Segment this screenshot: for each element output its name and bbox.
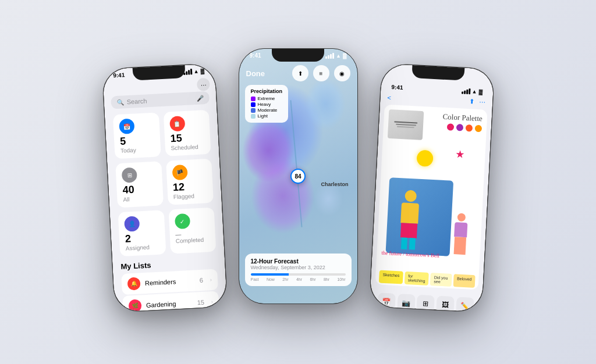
color-dot-yellow bbox=[474, 125, 482, 133]
map-3d-btn[interactable]: ◉ bbox=[334, 65, 350, 81]
done-button[interactable]: Done bbox=[246, 69, 265, 78]
tl-now: Now bbox=[267, 277, 275, 281]
toolbar-calendar-btn[interactable]: 📅 bbox=[377, 292, 396, 311]
notch-right bbox=[411, 65, 464, 81]
scheduled-label: Scheduled bbox=[171, 143, 205, 151]
signal-center bbox=[325, 53, 334, 59]
city-label: Charleston bbox=[321, 181, 348, 187]
legend-label-light: Light bbox=[258, 113, 268, 119]
today-label: Today bbox=[120, 146, 154, 154]
sticky-did-you-see: Did you see bbox=[430, 273, 452, 287]
reminders-screen: 9:41 ▲ ▓ ⋯ bbox=[102, 63, 227, 312]
tl-4h: 4hr bbox=[296, 277, 302, 281]
precip-light-ne bbox=[305, 78, 346, 130]
bar4r bbox=[468, 88, 470, 94]
phones-container: 9:41 ▲ ▓ ⋯ bbox=[108, 54, 489, 310]
tl-8h: 8hr bbox=[324, 277, 329, 281]
smart-list-scheduled[interactable]: 📋 15 Scheduled bbox=[163, 110, 211, 156]
legend-dot-heavy bbox=[251, 102, 256, 107]
search-icon: 🔍 bbox=[116, 99, 124, 106]
bar1r bbox=[461, 91, 463, 94]
legend-label-moderate: Moderate bbox=[258, 108, 278, 113]
color-dot-orange bbox=[465, 124, 473, 132]
bar3r bbox=[466, 89, 467, 94]
smart-list-completed[interactable]: ✓ — Completed bbox=[168, 208, 216, 254]
bar2c bbox=[328, 55, 329, 59]
reminders-chevron: › bbox=[210, 277, 212, 283]
flagged-label: Flagged bbox=[173, 192, 207, 200]
bar3c bbox=[330, 54, 332, 59]
sketch-thumbnail bbox=[387, 109, 424, 140]
smart-lists-grid: 📅 5 Today 📋 15 Scheduled ⊞ 40 All bbox=[104, 104, 225, 263]
legend-dot-light bbox=[251, 114, 256, 119]
location-pin: 84 bbox=[290, 169, 306, 184]
legend-extreme: Extreme bbox=[251, 96, 283, 101]
assigned-label: Assigned bbox=[125, 244, 159, 252]
my-lists-section: My Lists 🔔 Reminders 6 › 🌿 Gardening 15 … bbox=[112, 257, 227, 312]
notes-back-button[interactable]: < bbox=[387, 94, 391, 101]
illus-sun bbox=[416, 150, 433, 167]
palette-title: Color Palette bbox=[442, 112, 483, 124]
toolbar-edit-btn[interactable]: ✏️ bbox=[456, 297, 474, 312]
notes-more-btn[interactable]: ⋯ bbox=[478, 98, 485, 106]
reminders-list-icon: 🔔 bbox=[127, 277, 140, 290]
assigned-icon: 👤 bbox=[124, 216, 140, 231]
tl-past: Past bbox=[251, 277, 259, 281]
smart-list-assigned[interactable]: 👤 2 Assigned bbox=[118, 210, 165, 256]
illus-legs bbox=[394, 237, 421, 250]
map-forecast-card: 12-Hour Forecast Wednesday, September 3,… bbox=[245, 254, 352, 286]
phone-notes: 9:41 ▲ ▓ < bbox=[368, 63, 495, 313]
sticky-beloved: Beloved bbox=[453, 274, 475, 288]
reminders-menu-btn[interactable]: ⋯ bbox=[196, 78, 210, 91]
illus-lower2 bbox=[453, 237, 466, 255]
tl-10h: 10hr bbox=[337, 277, 345, 281]
status-icons-center: ▲ ▓ bbox=[325, 53, 346, 59]
timeline-bar bbox=[251, 273, 346, 276]
color-palette-header: Color Palette bbox=[442, 112, 483, 133]
map-header-right: ⬆ ≡ ◉ bbox=[292, 65, 350, 81]
bar2r bbox=[463, 90, 465, 94]
battery-icon-center: ▓ bbox=[343, 53, 347, 59]
color-dot-pink bbox=[446, 123, 454, 131]
all-icon: ⊞ bbox=[121, 167, 137, 183]
map-navigate-btn[interactable]: ⬆ bbox=[292, 65, 308, 81]
legend-dot-extreme bbox=[251, 97, 256, 101]
list-item-reminders[interactable]: 🔔 Reminders 6 › bbox=[121, 269, 218, 295]
illus-torso bbox=[400, 202, 418, 224]
gardening-chevron: › bbox=[211, 299, 213, 305]
smart-list-all[interactable]: ⊞ 40 All bbox=[115, 161, 163, 208]
phone-reminders: 9:41 ▲ ▓ ⋯ bbox=[101, 63, 228, 313]
toolbar-gallery-btn[interactable]: 📷 bbox=[396, 294, 415, 312]
toolbar-image-btn[interactable]: 🖼 bbox=[436, 296, 455, 312]
toolbar-grid-btn[interactable]: ⊞ bbox=[416, 295, 435, 312]
timeline-labels: Past Now 2hr 4hr 6hr 8hr 10hr bbox=[251, 277, 346, 281]
sketch-content bbox=[393, 121, 417, 128]
illus-head2 bbox=[457, 213, 466, 222]
scheduled-icon: 📋 bbox=[169, 116, 185, 131]
smart-list-today[interactable]: 📅 5 Today bbox=[112, 112, 160, 159]
illus-head bbox=[404, 190, 416, 202]
tl-2h: 2hr bbox=[282, 277, 288, 281]
search-label: Search bbox=[126, 97, 147, 105]
all-label: All bbox=[123, 195, 157, 203]
legend-moderate: Moderate bbox=[251, 108, 283, 113]
wifi-icon-center: ▲ bbox=[336, 53, 341, 59]
battery-icon-right: ▓ bbox=[478, 88, 483, 94]
tl-6h: 6hr bbox=[310, 277, 315, 281]
notes-app: 9:41 ▲ ▓ < bbox=[369, 63, 494, 312]
smart-list-flagged[interactable]: 🏴 12 Flagged bbox=[165, 159, 213, 205]
list-item-gardening[interactable]: 🌿 Gardening 15 › bbox=[122, 291, 219, 312]
illus-star: ★ bbox=[455, 148, 464, 161]
bar1c bbox=[325, 56, 327, 59]
wifi-icon-right: ▲ bbox=[471, 88, 477, 94]
completed-label: Completed bbox=[175, 236, 210, 244]
maps-screen: 9:41 ▲ ▓ Done bbox=[239, 49, 357, 304]
illus-leg-right bbox=[409, 238, 415, 249]
notch-center bbox=[272, 49, 324, 62]
map-layers-btn[interactable]: ≡ bbox=[313, 65, 329, 81]
legend-label-heavy: Heavy bbox=[258, 102, 271, 107]
notes-share-btn[interactable]: ⬆ bbox=[469, 98, 474, 105]
time-center: 9:41 bbox=[250, 52, 261, 59]
map-header: Done ⬆ ≡ ◉ bbox=[239, 65, 357, 81]
illus-torso2 bbox=[454, 222, 467, 237]
